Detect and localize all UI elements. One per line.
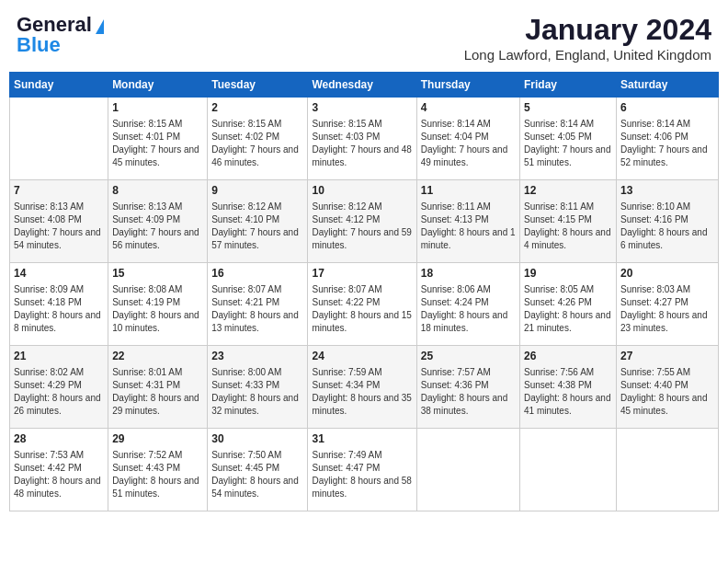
day-number: 27 [620, 349, 714, 364]
cell-info: Sunrise: 8:12 AMSunset: 4:10 PMDaylight:… [211, 201, 303, 252]
day-number: 22 [112, 349, 203, 364]
location-text: Long Lawford, England, United Kingdom [464, 47, 711, 63]
day-number: 3 [312, 100, 412, 116]
calendar-cell: 23Sunrise: 8:00 AMSunset: 4:33 PMDayligh… [208, 346, 308, 429]
cell-info: Sunrise: 8:14 AMSunset: 4:05 PMDaylight:… [524, 118, 612, 169]
cell-info: Sunrise: 8:05 AMSunset: 4:26 PMDaylight:… [524, 283, 612, 335]
calendar-cell: 27Sunrise: 7:55 AMSunset: 4:40 PMDayligh… [616, 346, 718, 429]
cell-info: Sunrise: 8:15 AMSunset: 4:03 PMDaylight:… [312, 118, 412, 169]
page-header: General Blue January 2024 Long Lawford, … [9, 9, 719, 66]
cell-info: Sunrise: 7:52 AMSunset: 4:43 PMDaylight:… [112, 449, 203, 500]
calendar-cell: 8Sunrise: 8:13 AMSunset: 4:09 PMDaylight… [108, 180, 208, 263]
calendar-cell: 20Sunrise: 8:03 AMSunset: 4:27 PMDayligh… [616, 263, 718, 346]
cell-info: Sunrise: 8:14 AMSunset: 4:06 PMDaylight:… [620, 118, 714, 169]
calendar-cell: 2Sunrise: 8:15 AMSunset: 4:02 PMDaylight… [208, 98, 308, 180]
cell-info: Sunrise: 8:10 AMSunset: 4:16 PMDaylight:… [620, 201, 714, 252]
calendar-header-row: SundayMondayTuesdayWednesdayThursdayFrid… [10, 73, 719, 98]
day-number: 1 [112, 100, 203, 116]
col-header-thursday: Thursday [416, 73, 519, 98]
cell-info: Sunrise: 8:15 AMSunset: 4:01 PMDaylight:… [112, 118, 203, 169]
cell-info: Sunrise: 7:55 AMSunset: 4:40 PMDaylight:… [620, 366, 714, 418]
cell-info: Sunrise: 8:06 AMSunset: 4:24 PMDaylight:… [421, 283, 516, 335]
calendar-cell: 29Sunrise: 7:52 AMSunset: 4:43 PMDayligh… [108, 429, 208, 511]
calendar-cell: 18Sunrise: 8:06 AMSunset: 4:24 PMDayligh… [416, 263, 519, 346]
calendar-cell: 16Sunrise: 8:07 AMSunset: 4:21 PMDayligh… [208, 263, 308, 346]
col-header-tuesday: Tuesday [208, 73, 308, 98]
day-number: 4 [421, 100, 516, 116]
calendar-cell [416, 429, 519, 511]
cell-info: Sunrise: 8:09 AMSunset: 4:18 PMDaylight:… [14, 283, 104, 335]
day-number: 7 [14, 183, 104, 199]
calendar-cell [519, 429, 616, 511]
day-number: 20 [620, 266, 714, 282]
calendar-cell: 9Sunrise: 8:12 AMSunset: 4:10 PMDaylight… [208, 180, 308, 263]
day-number: 30 [211, 431, 303, 447]
calendar-cell: 14Sunrise: 8:09 AMSunset: 4:18 PMDayligh… [10, 263, 108, 346]
cell-info: Sunrise: 8:02 AMSunset: 4:29 PMDaylight:… [14, 366, 104, 418]
cell-info: Sunrise: 8:13 AMSunset: 4:08 PMDaylight:… [14, 201, 104, 252]
calendar-cell: 4Sunrise: 8:14 AMSunset: 4:04 PMDaylight… [416, 98, 519, 180]
calendar-table: SundayMondayTuesdayWednesdayThursdayFrid… [9, 72, 719, 511]
day-number: 13 [620, 183, 714, 199]
calendar-cell: 17Sunrise: 8:07 AMSunset: 4:22 PMDayligh… [308, 263, 416, 346]
day-number: 10 [312, 183, 412, 199]
week-row-1: 1Sunrise: 8:15 AMSunset: 4:01 PMDaylight… [10, 98, 719, 180]
cell-info: Sunrise: 7:53 AMSunset: 4:42 PMDaylight:… [14, 449, 104, 500]
calendar-cell: 31Sunrise: 7:49 AMSunset: 4:47 PMDayligh… [308, 429, 416, 511]
calendar-cell: 3Sunrise: 8:15 AMSunset: 4:03 PMDaylight… [308, 98, 416, 180]
calendar-cell: 10Sunrise: 8:12 AMSunset: 4:12 PMDayligh… [308, 180, 416, 263]
calendar-cell: 11Sunrise: 8:11 AMSunset: 4:13 PMDayligh… [416, 180, 519, 263]
day-number: 5 [524, 100, 612, 116]
calendar-cell: 28Sunrise: 7:53 AMSunset: 4:42 PMDayligh… [10, 429, 108, 511]
day-number: 2 [211, 100, 303, 116]
calendar-cell: 1Sunrise: 8:15 AMSunset: 4:01 PMDaylight… [108, 98, 208, 180]
logo-blue-text: Blue [17, 33, 61, 57]
cell-info: Sunrise: 8:13 AMSunset: 4:09 PMDaylight:… [112, 201, 203, 252]
day-number: 16 [211, 266, 303, 282]
day-number: 25 [421, 349, 516, 364]
day-number: 6 [620, 100, 714, 116]
col-header-saturday: Saturday [616, 73, 718, 98]
col-header-friday: Friday [519, 73, 616, 98]
day-number: 12 [524, 183, 612, 199]
day-number: 31 [312, 431, 412, 447]
calendar-cell [10, 98, 108, 180]
calendar-cell: 5Sunrise: 8:14 AMSunset: 4:05 PMDaylight… [519, 98, 616, 180]
calendar-cell: 7Sunrise: 8:13 AMSunset: 4:08 PMDaylight… [10, 180, 108, 263]
cell-info: Sunrise: 8:15 AMSunset: 4:02 PMDaylight:… [211, 118, 303, 169]
cell-info: Sunrise: 8:11 AMSunset: 4:15 PMDaylight:… [524, 201, 612, 252]
calendar-cell: 19Sunrise: 8:05 AMSunset: 4:26 PMDayligh… [519, 263, 616, 346]
week-row-5: 28Sunrise: 7:53 AMSunset: 4:42 PMDayligh… [10, 429, 719, 511]
day-number: 29 [112, 431, 203, 447]
calendar-cell: 25Sunrise: 7:57 AMSunset: 4:36 PMDayligh… [416, 346, 519, 429]
calendar-cell: 21Sunrise: 8:02 AMSunset: 4:29 PMDayligh… [10, 346, 108, 429]
calendar-cell: 24Sunrise: 7:59 AMSunset: 4:34 PMDayligh… [308, 346, 416, 429]
day-number: 19 [524, 266, 612, 282]
cell-info: Sunrise: 8:03 AMSunset: 4:27 PMDaylight:… [620, 283, 714, 335]
day-number: 28 [14, 431, 104, 447]
day-number: 8 [112, 183, 203, 199]
calendar-cell: 30Sunrise: 7:50 AMSunset: 4:45 PMDayligh… [208, 429, 308, 511]
day-number: 17 [312, 266, 412, 282]
cell-info: Sunrise: 8:12 AMSunset: 4:12 PMDaylight:… [312, 201, 412, 252]
calendar-cell: 15Sunrise: 8:08 AMSunset: 4:19 PMDayligh… [108, 263, 208, 346]
cell-info: Sunrise: 7:50 AMSunset: 4:45 PMDaylight:… [211, 449, 303, 500]
calendar-cell: 6Sunrise: 8:14 AMSunset: 4:06 PMDaylight… [616, 98, 718, 180]
col-header-sunday: Sunday [10, 73, 108, 98]
cell-info: Sunrise: 8:11 AMSunset: 4:13 PMDaylight:… [421, 201, 516, 252]
week-row-2: 7Sunrise: 8:13 AMSunset: 4:08 PMDaylight… [10, 180, 719, 263]
cell-info: Sunrise: 8:00 AMSunset: 4:33 PMDaylight:… [211, 366, 303, 418]
calendar-cell: 13Sunrise: 8:10 AMSunset: 4:16 PMDayligh… [616, 180, 718, 263]
col-header-monday: Monday [108, 73, 208, 98]
calendar-cell: 22Sunrise: 8:01 AMSunset: 4:31 PMDayligh… [108, 346, 208, 429]
title-block: January 2024 Long Lawford, England, Unit… [464, 13, 711, 63]
cell-info: Sunrise: 8:08 AMSunset: 4:19 PMDaylight:… [112, 283, 203, 335]
cell-info: Sunrise: 8:01 AMSunset: 4:31 PMDaylight:… [112, 366, 203, 418]
cell-info: Sunrise: 7:57 AMSunset: 4:36 PMDaylight:… [421, 366, 516, 418]
day-number: 9 [211, 183, 303, 199]
calendar-cell: 26Sunrise: 7:56 AMSunset: 4:38 PMDayligh… [519, 346, 616, 429]
col-header-wednesday: Wednesday [308, 73, 416, 98]
week-row-3: 14Sunrise: 8:09 AMSunset: 4:18 PMDayligh… [10, 263, 719, 346]
day-number: 15 [112, 266, 203, 282]
logo: General Blue [17, 13, 104, 57]
